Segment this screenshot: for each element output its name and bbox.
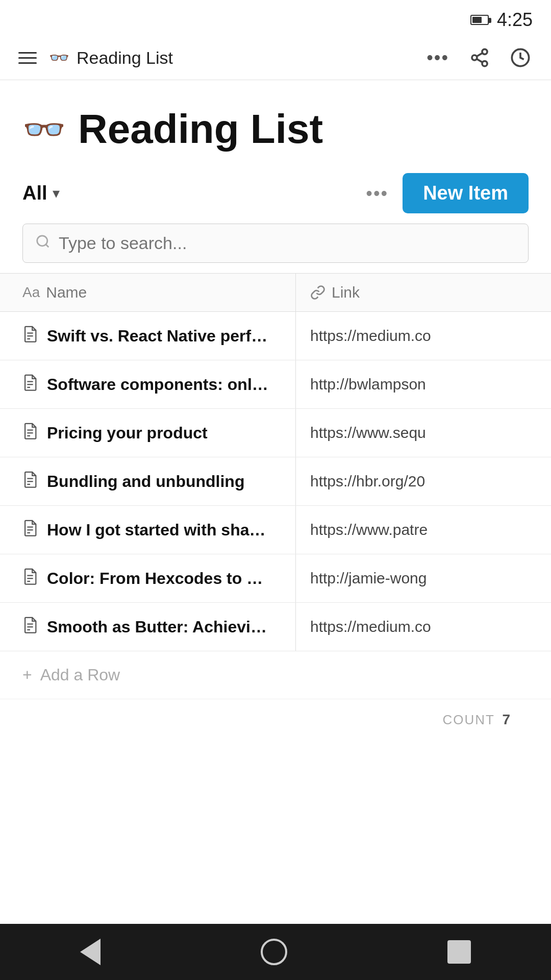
search-input[interactable] xyxy=(59,233,516,253)
row-link-cell: https://medium.co xyxy=(296,603,551,651)
row-link-text: https://www.patre xyxy=(310,521,428,538)
row-name-cell: Smooth as Butter: Achieving 60 FPS A xyxy=(0,603,296,651)
row-document-icon xyxy=(22,325,38,347)
dots-icon: ••• xyxy=(427,47,449,68)
back-triangle-icon xyxy=(80,939,101,965)
more-options-button[interactable]: ••• xyxy=(424,45,451,70)
table-row[interactable]: Software components: only the giants htt… xyxy=(0,360,551,409)
add-row-button[interactable]: + Add a Row xyxy=(0,651,551,699)
svg-line-4 xyxy=(477,53,482,57)
row-name-cell: Pricing your product xyxy=(0,409,296,457)
nav-brand: 👓 Reading List xyxy=(49,48,173,68)
add-row-label: Add a Row xyxy=(40,666,120,684)
home-circle-icon xyxy=(261,939,287,965)
row-name-cell: Bundling and unbundling xyxy=(0,457,296,505)
filter-right: ••• New Item xyxy=(366,173,529,213)
row-link-text: https://hbr.org/20 xyxy=(310,473,425,490)
bottom-nav-bar xyxy=(0,924,551,980)
name-header-icon: Aa xyxy=(22,284,40,301)
row-name-text: Smooth as Butter: Achieving 60 FPS A xyxy=(47,618,273,636)
table-row[interactable]: How I got started with shaders (Non-S ht… xyxy=(0,506,551,554)
filter-row: All ▾ ••• New Item xyxy=(0,168,551,224)
top-nav-left: 👓 Reading List xyxy=(18,48,173,68)
count-row: COUNT 7 xyxy=(0,699,551,740)
status-time: 4:25 xyxy=(497,9,533,31)
glasses-icon-large: 👓 xyxy=(22,112,66,146)
row-link-cell: https://medium.co xyxy=(296,312,551,360)
row-name-text: How I got started with shaders (Non-S xyxy=(47,521,273,540)
link-header-icon xyxy=(310,285,325,300)
row-link-cell: http://bwlampson xyxy=(296,360,551,408)
table-row[interactable]: Bundling and unbundling https://hbr.org/… xyxy=(0,457,551,506)
home-button[interactable] xyxy=(261,939,287,965)
search-icon xyxy=(35,234,51,253)
hamburger-menu-icon[interactable] xyxy=(18,52,37,64)
row-name-cell: Swift vs. React Native performance xyxy=(0,312,296,360)
svg-point-6 xyxy=(37,235,47,246)
row-document-icon xyxy=(22,568,38,589)
svg-point-0 xyxy=(482,49,487,54)
filter-label[interactable]: All xyxy=(22,182,47,204)
search-bar[interactable] xyxy=(22,224,529,263)
battery-icon xyxy=(470,15,489,25)
status-bar: 4:25 xyxy=(0,0,551,36)
data-table: Aa Name Link xyxy=(0,273,551,740)
share-icon xyxy=(469,47,490,68)
row-name-text: Software components: only the giants xyxy=(47,375,273,394)
row-link-cell: http://jamie-wong xyxy=(296,554,551,602)
nav-title: Reading List xyxy=(77,48,173,68)
row-document-icon xyxy=(22,422,38,444)
count-label: COUNT xyxy=(443,712,495,727)
row-name-cell: Color: From Hexcodes to Eyeballs xyxy=(0,554,296,602)
table-row[interactable]: Smooth as Butter: Achieving 60 FPS A htt… xyxy=(0,603,551,651)
row-name-text: Color: From Hexcodes to Eyeballs xyxy=(47,569,273,588)
row-link-cell: https://www.sequ xyxy=(296,409,551,457)
count-value: 7 xyxy=(502,712,510,727)
row-name-cell: Software components: only the giants xyxy=(0,360,296,408)
add-row-icon: + xyxy=(22,666,32,684)
page-header: 👓 Reading List xyxy=(0,80,551,168)
clock-icon xyxy=(510,47,531,68)
row-document-icon xyxy=(22,519,38,541)
row-name-text: Swift vs. React Native performance xyxy=(47,327,273,346)
filter-left: All ▾ xyxy=(22,182,60,204)
chevron-down-icon[interactable]: ▾ xyxy=(53,185,60,202)
svg-line-7 xyxy=(46,244,48,247)
svg-line-3 xyxy=(477,59,482,63)
row-name-text: Pricing your product xyxy=(47,424,208,443)
row-document-icon xyxy=(22,374,38,395)
svg-point-1 xyxy=(472,55,477,60)
recents-button[interactable] xyxy=(447,940,471,964)
table-row[interactable]: Color: From Hexcodes to Eyeballs http://… xyxy=(0,554,551,603)
row-name-text: Bundling and unbundling xyxy=(47,472,244,491)
row-link-cell: https://www.patre xyxy=(296,506,551,554)
row-document-icon xyxy=(22,616,38,638)
svg-point-2 xyxy=(482,61,487,66)
top-nav-right: ••• xyxy=(424,45,533,70)
row-link-text: https://medium.co xyxy=(310,618,431,635)
row-link-cell: https://hbr.org/20 xyxy=(296,457,551,505)
link-header-label: Link xyxy=(332,284,360,301)
share-button[interactable] xyxy=(467,45,492,70)
table-header: Aa Name Link xyxy=(0,273,551,312)
more-dots-icon[interactable]: ••• xyxy=(366,183,388,204)
row-document-icon xyxy=(22,471,38,492)
name-header-label: Name xyxy=(46,284,87,301)
table-row[interactable]: Pricing your product https://www.sequ xyxy=(0,409,551,457)
name-column-header: Aa Name xyxy=(0,274,296,311)
new-item-button[interactable]: New Item xyxy=(403,173,529,213)
table-rows-container: Swift vs. React Native performance https… xyxy=(0,312,551,651)
glasses-icon-small: 👓 xyxy=(49,50,69,66)
page-title: Reading List xyxy=(78,106,323,153)
recents-square-icon xyxy=(447,940,471,964)
row-link-text: http://jamie-wong xyxy=(310,570,427,587)
row-link-text: http://bwlampson xyxy=(310,376,426,393)
row-name-cell: How I got started with shaders (Non-S xyxy=(0,506,296,554)
back-button[interactable] xyxy=(80,939,101,965)
link-column-header: Link xyxy=(296,274,551,311)
row-link-text: https://www.sequ xyxy=(310,424,426,442)
row-link-text: https://medium.co xyxy=(310,327,431,345)
table-row[interactable]: Swift vs. React Native performance https… xyxy=(0,312,551,360)
top-nav: 👓 Reading List ••• xyxy=(0,36,551,80)
history-button[interactable] xyxy=(508,45,533,70)
